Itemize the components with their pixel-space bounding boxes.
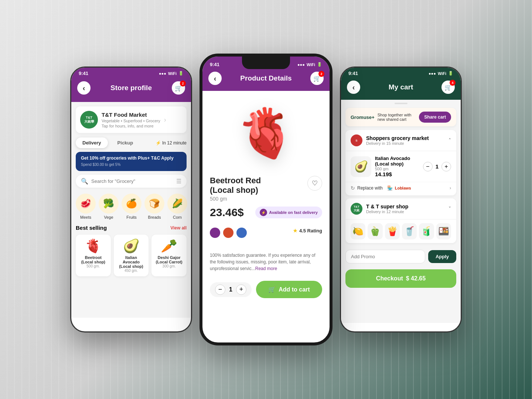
category-fruits[interactable]: 🍊 Fruits <box>122 194 141 219</box>
avocado-qty-decrease[interactable]: − <box>423 162 433 171</box>
apply-button[interactable]: Apply <box>428 250 456 263</box>
status-bar-left: 9:41 ●●● WiFi 🔋 <box>71 68 191 78</box>
qty-increase-button[interactable]: + <box>236 284 246 295</box>
tnt-items-row: 🍋 🫑 🍟 🥤 🧃 🍱 <box>345 219 456 243</box>
cart-item-avocado: 🥑 Italian Avocado (Local shop) 500 gm 14… <box>345 151 456 182</box>
shoppers-collapse-button[interactable]: ˄ <box>449 137 451 143</box>
wifi-icon-right: WiFi <box>438 71 446 76</box>
shoppers-name: Shoppers grocery market <box>366 135 445 141</box>
store-section-tnt: T&T大統 T & T super shop Delivery in 12 mi… <box>345 198 456 243</box>
status-icons-right: ●●● WiFi 🔋 <box>429 71 453 76</box>
price-currency: $ <box>238 206 244 218</box>
tnt-item-5[interactable]: 🧃 <box>419 223 434 239</box>
avocado-cart-info: Italian Avocado (Local shop) 500 gm 14.1… <box>375 156 419 177</box>
category-breads[interactable]: 🍞 Breads <box>144 194 164 219</box>
tnt-item-6[interactable]: 🍱 <box>436 223 451 239</box>
tnt-item-2[interactable]: 🫑 <box>368 223 382 239</box>
cart-button-left[interactable]: 🛒 2 <box>172 81 185 95</box>
add-to-cart-button[interactable]: 🛒 Add to cart <box>256 281 322 298</box>
replace-arrow-icon: › <box>450 185 451 191</box>
gromuse-banner: Gromuse+ Shop together with new shared c… <box>345 108 456 126</box>
wishlist-button[interactable]: ♡ <box>307 176 322 191</box>
view-all-link[interactable]: View all <box>170 225 187 231</box>
tnt-item-1[interactable]: 🍋 <box>351 223 365 239</box>
replace-row[interactable]: ↻ Replace with 🏪 Loblaws › <box>345 182 456 195</box>
loblaws-emoji: 🏪 <box>387 185 393 191</box>
carrot-name: Deshi Gajor(Local Carrot) <box>155 255 183 264</box>
phone-my-cart: 9:41 ●●● WiFi 🔋 ‹ My cart 🛒 4 Gromuse+ <box>340 66 462 332</box>
add-to-cart-label: Add to cart <box>279 286 310 293</box>
search-bar[interactable]: 🔍 ☰ <box>76 175 187 188</box>
tnt-collapse-button[interactable]: ˅ <box>449 206 451 212</box>
store-info: T&T Food Market Vegetable • Superfood • … <box>102 112 160 128</box>
category-corn[interactable]: 🌽 Corn <box>167 194 187 219</box>
avocado-weight: 450 gm. <box>117 269 145 273</box>
cart-button-right[interactable]: 🛒 4 <box>441 81 455 94</box>
share-cart-button[interactable]: Share cart <box>419 112 451 123</box>
product-avocado[interactable]: 🥑 Italian Avocado(Local shop) 450 gm. <box>114 235 149 276</box>
product-image-area: 🫀 <box>202 91 330 176</box>
status-bar-right: 9:41 ●●● WiFi 🔋 <box>341 68 461 78</box>
read-more-link[interactable]: Read more <box>255 266 277 271</box>
store-name: T&T Food Market <box>102 112 160 118</box>
product-carrot[interactable]: 🥕 Deshi Gajor(Local Carrot) 300 gm. <box>151 235 187 276</box>
price-dec: 46 <box>225 206 238 218</box>
status-icons-center: ●●● WiFi 🔋 <box>297 62 322 67</box>
color-option-2[interactable] <box>223 228 233 238</box>
avocado-cart-weight: 500 gm <box>375 167 419 171</box>
store-arrow-icon: › <box>164 116 166 124</box>
avocado-price-whole: 14 <box>375 171 381 177</box>
product-details-area: Beetroot Red(Local shop) 500 gm ♡ 23.46$… <box>202 176 330 244</box>
replace-label: Replace with <box>357 185 383 191</box>
back-button-center[interactable]: ‹ <box>208 72 222 85</box>
back-button-right[interactable]: ‹ <box>347 81 360 94</box>
delivery-tabs: Delivery Pickup ⚡ In 12 minute <box>76 137 187 148</box>
delivery-tab[interactable]: Delivery <box>76 137 108 148</box>
category-meets[interactable]: 🥩 Meets <box>76 194 96 219</box>
beetroot-emoji: 🫀 <box>79 238 107 254</box>
promo-main: Get 10% off groceries with Plus+ T&C App… <box>81 156 181 161</box>
shoppers-header: S Shoppers grocery market Delivery in 15… <box>345 130 456 151</box>
promo-input[interactable] <box>345 250 425 263</box>
product-name-section: Beetroot Red(Local shop) 500 gm <box>210 176 261 202</box>
store-subtitle: Vegetable • Superfood • Grocery <box>102 119 160 123</box>
heart-icon: ♡ <box>312 179 318 187</box>
cart-button-center[interactable]: 🛒 2 <box>310 72 324 85</box>
store-logo: T&T大統華 <box>80 111 98 129</box>
delivery-time: ⚡ In 12 minute <box>156 140 187 146</box>
gromuse-logo: Gromuse+ <box>351 115 375 120</box>
gromuse-text: Shop together with new shared cart <box>378 113 416 122</box>
filter-icon[interactable]: ☰ <box>176 178 181 185</box>
checkout-button[interactable]: Checkout $ 42.65 <box>345 269 456 288</box>
add-to-cart-row: − 1 + 🛒 Add to cart <box>202 276 330 304</box>
store-section-shoppers: S Shoppers grocery market Delivery in 15… <box>345 130 456 195</box>
color-option-3[interactable] <box>236 228 247 238</box>
bolt-icon: ⚡ <box>156 140 161 146</box>
pickup-tab[interactable]: Pickup <box>111 137 140 148</box>
product-details-title: Product Details <box>240 74 291 82</box>
color-option-1[interactable] <box>210 228 220 238</box>
category-meets-label: Meets <box>80 215 91 219</box>
tnt-item-4[interactable]: 🥤 <box>402 223 417 239</box>
store-info-card[interactable]: T&T大統華 T&T Food Market Vegetable • Super… <box>76 106 187 133</box>
avocado-qty-control: − 1 + <box>423 162 451 171</box>
battery-icon-right: 🔋 <box>448 71 453 76</box>
promo-banner: Get 10% off groceries with Plus+ T&C App… <box>76 152 187 171</box>
tnt-header: T&T大統 T & T super shop Delivery in 12 mi… <box>345 198 456 219</box>
category-vege[interactable]: 🥦 Vege <box>99 194 119 219</box>
battery-icon-left: 🔋 <box>178 71 184 76</box>
back-button-left[interactable]: ‹ <box>77 81 91 95</box>
plus-icon: + <box>239 286 243 293</box>
back-icon-left: ‹ <box>83 84 85 92</box>
wifi-icon-center: WiFi <box>307 62 315 67</box>
qty-decrease-button[interactable]: − <box>215 284 225 295</box>
description-area: 100% satisfaction guarantee. If you expe… <box>202 248 330 276</box>
price-row: 23.46$ ⚡ Available on fast delivery <box>210 206 322 219</box>
avocado-cart-price: 14.19$ <box>375 171 419 177</box>
tnt-item-3[interactable]: 🍟 <box>385 223 400 239</box>
avocado-qty-increase[interactable]: + <box>441 162 451 171</box>
shoppers-info: Shoppers grocery market Delivery in 15 m… <box>366 135 445 146</box>
search-input[interactable] <box>91 178 173 184</box>
quantity-control: − 1 + <box>210 282 252 297</box>
product-beetroot[interactable]: 🫀 Beetroot(Local shop) 500 gm. <box>76 235 111 276</box>
